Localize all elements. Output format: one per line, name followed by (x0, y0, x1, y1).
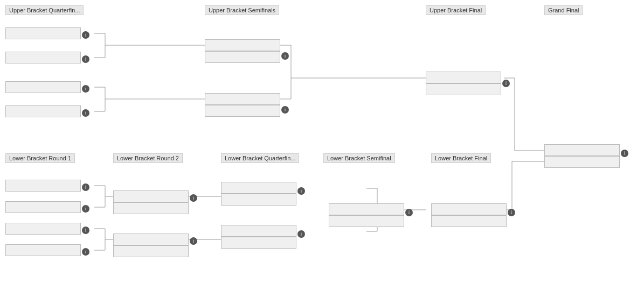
ubq-match1-team1-info[interactable]: i (82, 31, 89, 39)
lbf-team2 (431, 215, 507, 227)
lbr2-match1-team1 (113, 190, 189, 202)
lbf-team1 (431, 203, 507, 215)
lbr1-match1-team2 (5, 201, 81, 213)
ubq-match1-team2 (5, 52, 81, 63)
lbr1-match1-team1 (5, 180, 81, 192)
lbq-match1-team1 (221, 182, 296, 194)
ubq-match2-team2-info[interactable]: i (82, 109, 89, 117)
label-upper-bracket-final: Upper Bracket Final (426, 5, 486, 15)
ubs-match1-team2 (205, 51, 280, 63)
lbs-team2 (329, 215, 404, 227)
label-upper-bracket-semifinals: Upper Bracket Semifinals (205, 5, 279, 15)
lbq-match1-info[interactable]: i (297, 187, 305, 195)
lbr2-match1-team2 (113, 202, 189, 214)
ubq-match2-team1-info[interactable]: i (82, 85, 89, 93)
label-lower-bracket-final: Lower Bracket Final (431, 153, 491, 163)
ubq-match2-team1 (5, 81, 81, 93)
lbr2-match1-info[interactable]: i (190, 194, 197, 202)
ubq-match1-team2-info[interactable]: i (82, 55, 89, 63)
ubf-team2 (426, 83, 501, 95)
gf-team1 (544, 144, 620, 156)
ubs-match2-team2 (205, 105, 280, 117)
lbr1-match2-team2 (5, 244, 81, 256)
ubf-team1 (426, 72, 501, 83)
lbr1-match2-team1 (5, 223, 81, 235)
lbf-info[interactable]: i (508, 209, 515, 216)
ubs-match2-info[interactable]: i (281, 106, 289, 114)
label-lower-bracket-round2: Lower Bracket Round 2 (113, 153, 183, 163)
gf-team2 (544, 156, 620, 168)
lbr2-match2-team2 (113, 245, 189, 257)
ubs-match1-info[interactable]: i (281, 52, 289, 60)
label-upper-bracket-quarterfinals: Upper Bracket Quarterfin... (5, 5, 84, 15)
lbq-match2-team2 (221, 237, 296, 249)
label-grand-final: Grand Final (544, 5, 583, 15)
lbr1-match1-team1-info[interactable]: i (82, 183, 89, 191)
lbr2-match2-team1 (113, 234, 189, 245)
lbs-team1 (329, 203, 404, 215)
lbr1-match2-team1-info[interactable]: i (82, 227, 89, 234)
lbr2-match2-info[interactable]: i (190, 237, 197, 245)
ubf-info[interactable]: i (502, 80, 510, 87)
lbq-match2-team1 (221, 225, 296, 237)
label-lower-bracket-quarterfinals: Lower Bracket Quarterfin... (221, 153, 299, 163)
ubq-match2-team2 (5, 105, 81, 117)
lbr1-match2-team2-info[interactable]: i (82, 248, 89, 256)
label-lower-bracket-round1: Lower Bracket Round 1 (5, 153, 75, 163)
lbr1-match1-team2-info[interactable]: i (82, 205, 89, 213)
lbq-match2-info[interactable]: i (297, 230, 305, 238)
ubs-match2-team1 (205, 93, 280, 105)
lbq-match1-team2 (221, 194, 296, 206)
ubs-match1-team1 (205, 39, 280, 51)
ubq-match1-team1 (5, 27, 81, 39)
label-lower-bracket-semifinal: Lower Bracket Semifinal (323, 153, 395, 163)
gf-info[interactable]: i (621, 150, 628, 157)
lbs-info[interactable]: i (405, 209, 413, 216)
bracket-container: Upper Bracket Quarterfin... Upper Bracke… (0, 0, 644, 297)
